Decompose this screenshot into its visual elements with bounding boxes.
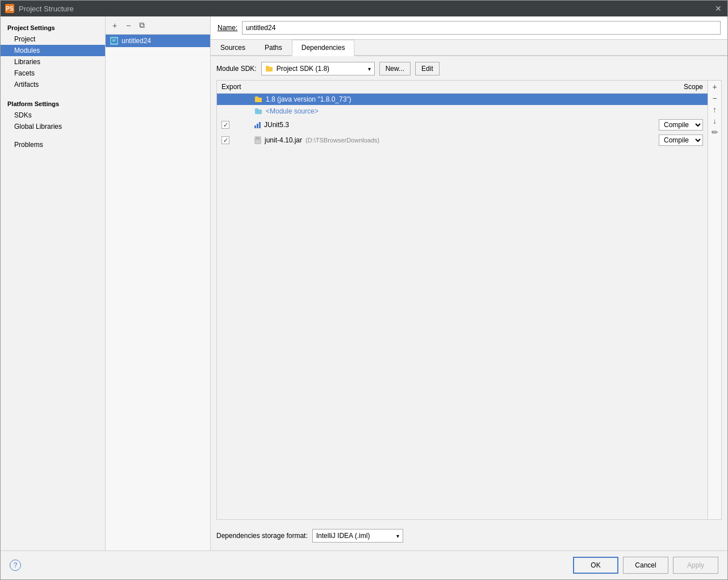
jar-icon xyxy=(254,136,261,144)
module-source-name: <Module source> xyxy=(266,107,319,115)
svg-rect-6 xyxy=(255,96,258,98)
svg-rect-7 xyxy=(255,110,262,114)
sidebar-item-global-libraries[interactable]: Global Libraries xyxy=(1,121,105,132)
module-toolbar: + − ⧉ xyxy=(106,16,210,35)
storage-format-value: IntelliJ IDEA (.iml) xyxy=(316,532,370,540)
svg-rect-1 xyxy=(112,40,116,40)
sidebar-item-problems[interactable]: Problems xyxy=(1,139,105,150)
dependencies-table: Export Scope xyxy=(217,81,708,519)
header-export: Export xyxy=(221,83,256,91)
add-module-button[interactable]: + xyxy=(109,20,120,31)
table-row[interactable]: JUnit5.3 Compile Test Provided Runtime xyxy=(217,117,708,133)
detail-area: Name: Sources Paths Dependencies Module … xyxy=(211,16,727,550)
sidebar: Project Settings Project Modules Librari… xyxy=(1,16,106,550)
module-source-folder-icon xyxy=(254,107,262,115)
sidebar-item-libraries[interactable]: Libraries xyxy=(1,56,105,68)
name-cell-jdk: 1.8 (java version "1.8.0_73") xyxy=(254,95,643,103)
new-sdk-button[interactable]: New... xyxy=(379,62,411,75)
project-structure-window: PS Project Structure ✕ Project Settings … xyxy=(0,0,728,580)
move-down-button[interactable]: ↓ xyxy=(710,116,720,126)
close-button[interactable]: ✕ xyxy=(714,4,723,13)
export-cell-junit5[interactable] xyxy=(221,121,251,129)
dep-table-actions: + − ↑ ↓ ✏ xyxy=(708,81,721,519)
sdk-value: Project SDK (1.8) xyxy=(277,65,329,73)
storage-format-dropdown[interactable]: IntelliJ IDEA (.iml) ▾ xyxy=(312,529,403,543)
module-icon xyxy=(110,37,118,45)
edit-sdk-button[interactable]: Edit xyxy=(415,62,440,75)
svg-rect-10 xyxy=(256,137,260,139)
table-row[interactable]: <Module source> xyxy=(217,106,708,117)
sdk-dropdown[interactable]: Project SDK (1.8) ▾ xyxy=(261,62,375,75)
apply-button[interactable]: Apply xyxy=(673,557,718,574)
table-row[interactable]: junit-4.10.jar (D:\TSBrowserDownloads) C… xyxy=(217,133,708,148)
dependencies-list: 1.8 (java version "1.8.0_73") xyxy=(217,94,708,519)
dependencies-table-container: Export Scope xyxy=(216,80,722,520)
junit5-name: JUnit5.3 xyxy=(264,121,289,129)
module-panel: + − ⧉ untitled24 xyxy=(106,16,211,550)
name-cell-junit5: JUnit5.3 xyxy=(254,121,643,129)
sidebar-item-project[interactable]: Project xyxy=(1,33,105,45)
jar-path: (D:\TSBrowserDownloads) xyxy=(306,137,379,144)
sidebar-item-artifacts[interactable]: Artifacts xyxy=(1,79,105,90)
name-cell-module: <Module source> xyxy=(254,107,643,115)
app-icon: PS xyxy=(5,4,14,13)
module-name: untitled24 xyxy=(122,37,151,45)
help-button[interactable]: ? xyxy=(10,560,21,571)
svg-rect-2 xyxy=(112,41,115,41)
window-title: Project Structure xyxy=(19,5,74,13)
scope-select-jar[interactable]: Compile Test Provided Runtime xyxy=(659,135,703,146)
module-item-untitled24[interactable]: untitled24 xyxy=(106,35,210,47)
sidebar-item-modules[interactable]: Modules xyxy=(1,45,105,56)
svg-rect-3 xyxy=(266,67,273,72)
jar-name: junit-4.10.jar xyxy=(265,136,302,144)
svg-rect-8 xyxy=(255,108,258,110)
storage-dropdown-arrow-icon: ▾ xyxy=(396,533,399,539)
tabs: Sources Paths Dependencies xyxy=(211,40,727,56)
title-bar: PS Project Structure ✕ xyxy=(1,1,727,16)
cancel-button[interactable]: Cancel xyxy=(623,557,668,574)
sdk-folder-icon xyxy=(265,65,273,73)
bottom-bar: ? OK Cancel Apply xyxy=(1,550,727,579)
svg-rect-4 xyxy=(266,66,269,68)
jdk-icon xyxy=(254,95,262,103)
content-area: Project Settings Project Modules Librari… xyxy=(1,16,727,550)
table-header: Export Scope xyxy=(217,81,708,94)
module-sdk-row: Module SDK: Project SDK (1.8) ▾ New... E… xyxy=(216,62,722,75)
name-cell-jar: junit-4.10.jar (D:\TSBrowserDownloads) xyxy=(254,136,643,144)
jdk-name: 1.8 (java version "1.8.0_73") xyxy=(266,95,352,103)
dependencies-content: Module SDK: Project SDK (1.8) ▾ New... E… xyxy=(211,56,727,550)
header-scope: Scope xyxy=(646,83,703,91)
remove-module-button[interactable]: − xyxy=(123,20,134,31)
library-icon xyxy=(254,121,261,128)
header-name xyxy=(256,83,646,91)
table-row[interactable]: 1.8 (java version "1.8.0_73") xyxy=(217,94,708,106)
tab-dependencies[interactable]: Dependencies xyxy=(292,40,355,56)
storage-format-label: Dependencies storage format: xyxy=(216,532,308,540)
ok-button[interactable]: OK xyxy=(573,557,618,574)
move-up-button[interactable]: ↑ xyxy=(710,104,720,115)
copy-module-button[interactable]: ⧉ xyxy=(136,20,148,31)
svg-rect-5 xyxy=(255,98,262,102)
export-checkbox-junit5[interactable] xyxy=(221,121,229,129)
module-sdk-label: Module SDK: xyxy=(216,65,257,73)
storage-format-row: Dependencies storage format: IntelliJ ID… xyxy=(216,524,722,545)
export-checkbox-jar[interactable] xyxy=(221,136,229,144)
tab-sources[interactable]: Sources xyxy=(211,40,255,56)
svg-rect-9 xyxy=(255,138,261,144)
export-cell-jar[interactable] xyxy=(221,136,251,144)
name-bar: Name: xyxy=(211,16,727,40)
sidebar-item-facets[interactable]: Facets xyxy=(1,68,105,79)
scope-cell-jar[interactable]: Compile Test Provided Runtime xyxy=(646,135,703,146)
sidebar-item-sdks[interactable]: SDKs xyxy=(1,110,105,121)
tab-paths[interactable]: Paths xyxy=(255,40,292,56)
name-input[interactable] xyxy=(242,21,721,35)
sdk-arrow-icon: ▾ xyxy=(368,66,371,72)
scope-cell-junit5[interactable]: Compile Test Provided Runtime xyxy=(646,119,703,131)
project-settings-title: Project Settings xyxy=(1,21,105,33)
remove-dependency-button[interactable]: − xyxy=(710,93,720,103)
add-dependency-button[interactable]: + xyxy=(710,82,720,92)
scope-select-junit5[interactable]: Compile Test Provided Runtime xyxy=(659,119,703,131)
name-label: Name: xyxy=(217,24,237,32)
edit-dependency-button[interactable]: ✏ xyxy=(710,127,720,137)
main-panel: + − ⧉ untitled24 xyxy=(106,16,727,550)
